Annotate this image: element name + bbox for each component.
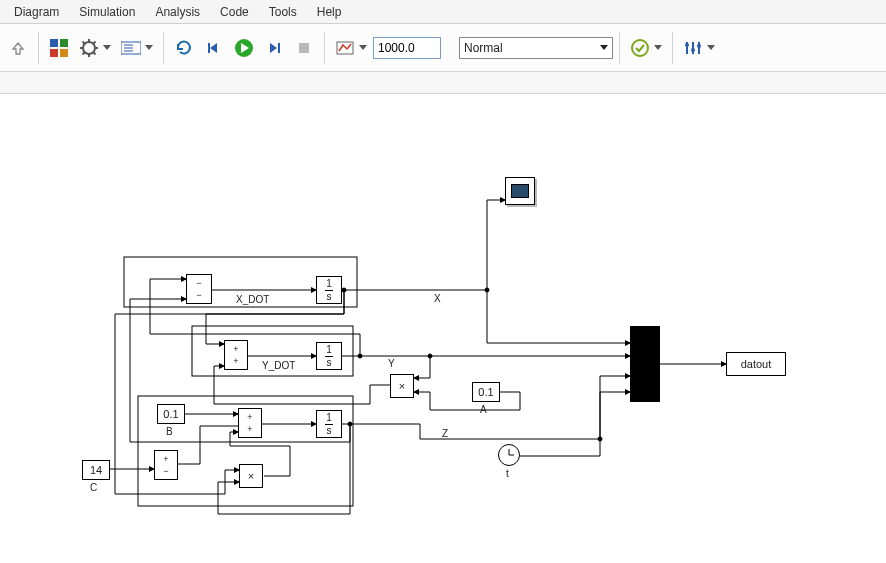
step-back-icon[interactable]: [200, 34, 228, 62]
constant-c-block[interactable]: 14: [82, 460, 110, 480]
svg-line-11: [94, 41, 96, 43]
simulation-mode-label: Normal: [464, 41, 503, 55]
product-zx-block[interactable]: ×: [239, 464, 263, 488]
sum-z1-block[interactable]: ++: [238, 408, 262, 438]
svg-rect-17: [208, 43, 210, 53]
signal-label-y: Y: [388, 358, 395, 369]
clock-block[interactable]: [498, 444, 520, 466]
wires: [0, 94, 886, 563]
sum-ydot-block[interactable]: ++: [224, 340, 248, 370]
fast-restart-icon[interactable]: [626, 34, 654, 62]
model-config-icon[interactable]: [75, 34, 103, 62]
svg-line-12: [83, 52, 85, 54]
signal-label-ydot: Y_DOT: [262, 360, 295, 371]
chevron-down-icon[interactable]: [359, 45, 367, 50]
integrator-y-block[interactable]: 1s: [316, 342, 342, 370]
to-workspace-block[interactable]: datout: [726, 352, 786, 376]
menu-tools[interactable]: Tools: [259, 2, 307, 22]
menubar: Diagram Simulation Analysis Code Tools H…: [0, 0, 886, 24]
signal-label-x: X: [434, 293, 441, 304]
tune-icon[interactable]: [679, 34, 707, 62]
run-icon[interactable]: [230, 34, 258, 62]
library-browser-icon[interactable]: [45, 34, 73, 62]
label-t: t: [506, 468, 509, 479]
step-forward-icon[interactable]: [260, 34, 288, 62]
svg-rect-1: [60, 39, 68, 47]
menu-simulation[interactable]: Simulation: [69, 2, 145, 22]
svg-rect-19: [278, 43, 280, 53]
model-explorer-icon[interactable]: [117, 34, 145, 62]
signal-label-z: Z: [442, 428, 448, 439]
chevron-down-icon[interactable]: [707, 45, 715, 50]
svg-rect-3: [60, 49, 68, 57]
svg-point-40: [358, 354, 362, 358]
constant-a-block[interactable]: 0.1: [472, 382, 500, 402]
scope-block[interactable]: [505, 177, 535, 205]
stop-icon[interactable]: [290, 34, 318, 62]
svg-point-26: [685, 43, 689, 47]
menu-code[interactable]: Code: [210, 2, 259, 22]
svg-point-35: [485, 288, 489, 292]
menu-analysis[interactable]: Analysis: [145, 2, 210, 22]
sum-z2-block[interactable]: +−: [154, 450, 178, 480]
menu-diagram[interactable]: Diagram: [4, 2, 69, 22]
svg-point-22: [632, 40, 648, 56]
chevron-down-icon: [600, 45, 608, 50]
integrator-z-block[interactable]: 1s: [316, 410, 342, 438]
update-diagram-icon[interactable]: [170, 34, 198, 62]
svg-point-4: [83, 42, 95, 54]
svg-rect-0: [50, 39, 58, 47]
svg-point-28: [697, 44, 701, 48]
mux-block[interactable]: [630, 326, 660, 402]
sub-toolbar: [0, 72, 886, 94]
label-c: C: [90, 482, 97, 493]
record-icon[interactable]: [331, 34, 359, 62]
chevron-down-icon[interactable]: [103, 45, 111, 50]
svg-line-9: [83, 41, 85, 43]
signal-label-xdot: X_DOT: [236, 294, 269, 305]
diagram-canvas[interactable]: −− 1s X_DOT X ++ 1s Y_DOT Y × 0.1 A 0.1 …: [0, 94, 886, 563]
simulation-mode-select[interactable]: Normal: [459, 37, 613, 59]
chevron-down-icon[interactable]: [145, 45, 153, 50]
label-b: B: [166, 426, 173, 437]
svg-point-27: [691, 48, 695, 52]
up-icon[interactable]: [4, 34, 32, 62]
svg-point-44: [598, 437, 602, 441]
label-a: A: [480, 404, 487, 415]
stop-time-input[interactable]: [373, 37, 441, 59]
chevron-down-icon[interactable]: [654, 45, 662, 50]
menu-help[interactable]: Help: [307, 2, 352, 22]
product-xy-block[interactable]: ×: [390, 374, 414, 398]
svg-rect-2: [50, 49, 58, 57]
svg-line-10: [94, 52, 96, 54]
sum-xdot-block[interactable]: −−: [186, 274, 212, 304]
svg-point-45: [348, 422, 352, 426]
toolbar: Normal: [0, 24, 886, 72]
constant-b-block[interactable]: 0.1: [157, 404, 185, 424]
integrator-x-block[interactable]: 1s: [316, 276, 342, 304]
svg-point-34: [342, 288, 346, 292]
svg-rect-20: [299, 43, 309, 53]
svg-point-38: [428, 354, 432, 358]
